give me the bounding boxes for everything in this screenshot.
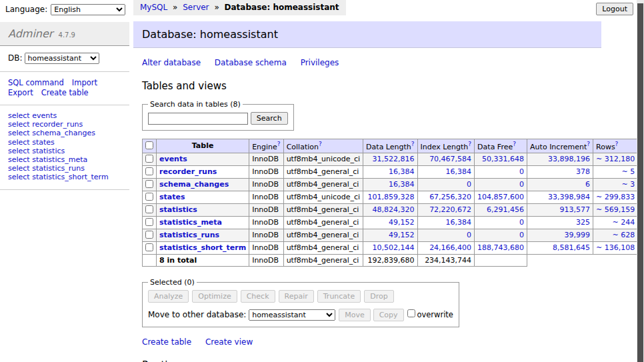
sidebar-link-sql-command[interactable]: SQL command [8,78,64,87]
row-checkbox[interactable] [145,231,153,239]
select-table-link[interactable]: select [8,155,30,164]
table-name-link[interactable]: statistics_meta [159,218,222,227]
help-link[interactable]: ? [319,141,322,147]
sidebar-table-name-link[interactable]: events [32,111,57,120]
create-view-link[interactable]: Create view [205,337,253,347]
data-length-link[interactable]: 48,824,320 [373,205,415,214]
sidebar-table-name-link[interactable]: states [32,138,55,147]
row-checkbox[interactable] [145,193,153,201]
table-name-link[interactable]: recorder_runs [159,167,217,176]
auto-increment-link[interactable]: 39,999 [565,231,591,239]
database-schema-link[interactable]: Database schema [215,58,287,67]
row-checkbox[interactable] [145,218,153,226]
data-length-link[interactable]: 49,152 [389,231,415,239]
data-length-link[interactable]: 10,502,144 [373,243,415,252]
data-free-link[interactable]: 0 [519,231,524,239]
breadcrumb-server-link[interactable]: Server [183,3,209,12]
auto-increment-link[interactable]: 378 [576,167,590,176]
row-checkbox[interactable] [145,167,153,175]
auto-increment-link[interactable]: 33,898,196 [548,155,590,163]
drop-button[interactable]: Drop [364,290,393,303]
index-length-link[interactable]: 0 [467,180,471,189]
select-all-checkbox[interactable] [145,141,153,149]
repair-button[interactable]: Repair [279,290,314,303]
select-table-link[interactable]: select [8,111,30,120]
row-checkbox[interactable] [145,205,153,213]
data-free-link[interactable]: 6,291,456 [487,205,524,214]
table-name-link[interactable]: statistics [159,205,197,214]
rows-link[interactable]: ~ 312,180 [596,155,635,163]
index-length-link[interactable]: 72,220,672 [429,205,471,214]
index-length-link[interactable]: 70,467,584 [429,155,471,163]
data-length-link[interactable]: 101,859,328 [368,193,415,201]
data-length-link[interactable]: 16,384 [389,167,415,176]
scrollbar[interactable] [637,0,644,362]
alter-database-link[interactable]: Alter database [142,58,201,67]
help-link[interactable]: ? [615,141,619,147]
rows-link[interactable]: ~ 136,108 [596,243,635,252]
help-link[interactable]: ? [411,141,415,147]
table-name-link[interactable]: states [159,193,185,201]
auto-increment-link[interactable]: 33,398,984 [548,193,590,201]
select-table-link[interactable]: select [8,129,30,137]
move-db-select[interactable]: homeassistant [249,309,335,321]
db-select[interactable]: homeassistant [25,53,99,64]
sidebar-table-name-link[interactable]: statistics [32,147,65,155]
data-free-link[interactable]: 0 [519,218,524,227]
data-free-link[interactable]: 0 [519,180,524,189]
rows-link[interactable]: ~ 569,159 [596,205,635,214]
help-link[interactable]: ? [587,141,590,147]
sidebar-table-name-link[interactable]: statistics_short_term [32,173,108,181]
auto-increment-link[interactable]: 325 [576,218,590,227]
row-checkbox[interactable] [145,243,153,251]
sidebar-table-name-link[interactable]: statistics_runs [32,164,85,173]
language-select[interactable]: English [51,4,125,15]
rows-link[interactable]: ~ 5 [621,167,635,176]
row-checkbox[interactable] [145,155,153,163]
adminer-logo-link[interactable]: Adminer [8,27,53,40]
index-length-link[interactable]: 24,166,400 [429,243,471,252]
select-table-link[interactable]: select [8,147,30,155]
rows-link[interactable]: ~ 3 [621,180,635,189]
row-checkbox[interactable] [145,180,153,188]
optimize-button[interactable]: Optimize [192,290,237,303]
data-length-link[interactable]: 16,384 [389,180,415,189]
sidebar-link-create-table[interactable]: Create table [41,88,89,97]
privileges-link[interactable]: Privileges [301,58,339,67]
table-name-link[interactable]: statistics_runs [159,231,219,239]
table-name-link[interactable]: statistics_short_term [159,243,246,252]
logout-button[interactable]: Logout [596,3,633,15]
auto-increment-link[interactable]: 913,577 [560,205,591,214]
help-link[interactable]: ? [277,141,281,147]
data-free-link[interactable]: 50,331,648 [482,155,524,163]
select-table-link[interactable]: select [8,173,30,181]
help-link[interactable]: ? [513,141,516,147]
rows-link[interactable]: ~ 628 [612,231,635,239]
data-free-link[interactable]: 188,743,680 [477,243,524,252]
select-table-link[interactable]: select [8,120,30,129]
copy-button[interactable]: Copy [373,309,404,321]
sidebar-link-import[interactable]: Import [72,78,97,87]
truncate-button[interactable]: Truncate [317,290,361,303]
sidebar-table-name-link[interactable]: statistics_meta [32,155,87,164]
search-button[interactable]: Search [251,112,288,125]
move-button[interactable]: Move [339,309,371,321]
sidebar-table-name-link[interactable]: schema_changes [32,129,95,137]
index-length-link[interactable]: 16,384 [446,218,472,227]
breadcrumb-mysql-link[interactable]: MySQL [140,3,167,12]
analyze-button[interactable]: Analyze [148,290,189,303]
table-name-link[interactable]: events [159,155,187,163]
select-table-link[interactable]: select [8,164,30,173]
help-link[interactable]: ? [468,141,471,147]
auto-increment-link[interactable]: 6 [585,180,590,189]
scrollbar-thumb[interactable] [637,3,643,362]
sidebar-link-export[interactable]: Export [8,88,33,97]
index-length-link[interactable]: 16,384 [446,167,472,176]
data-length-link[interactable]: 31,522,816 [373,155,415,163]
check-button[interactable]: Check [241,290,275,303]
data-length-link[interactable]: 49,152 [389,218,415,227]
index-length-link[interactable]: 0 [467,231,471,239]
table-name-link[interactable]: schema_changes [159,180,229,189]
rows-link[interactable]: ~ 299,833 [596,193,635,201]
select-table-link[interactable]: select [8,138,30,147]
